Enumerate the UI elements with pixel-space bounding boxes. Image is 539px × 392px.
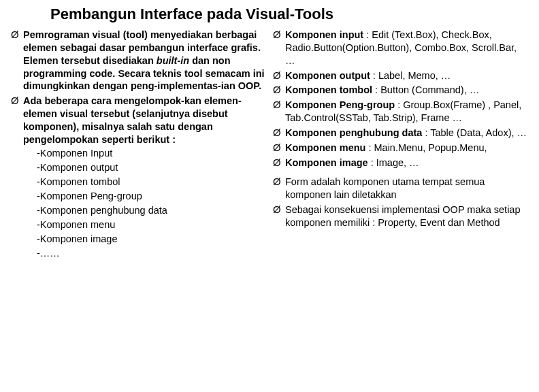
r2-rest: : Label, Memo, … — [373, 70, 451, 81]
left-b2-text: Ada beberapa cara mengelompok-kan elemen… — [23, 95, 266, 146]
two-columns: Ø Pemrograman visual (tool) menyediakan … — [11, 29, 528, 263]
bullet-icon: Ø — [273, 29, 285, 67]
sub-item: -Komponen penghubung data — [37, 203, 266, 218]
r1-bold: Komponen input — [285, 29, 366, 40]
bullet-icon: Ø — [11, 29, 23, 93]
bullet-icon: Ø — [273, 127, 285, 140]
left-b1-builtin: built-in — [157, 55, 189, 66]
right-bullet-8: Ø Form adalah komponen utama tempat semu… — [273, 176, 528, 201]
r7-bold: Komponen image — [285, 157, 371, 168]
r7-rest: : Image, … — [371, 157, 419, 168]
r5-bold: Komponen penghubung data — [285, 127, 425, 138]
right-bullet-3: Ø Komponen tombol : Button (Command), … — [273, 84, 528, 97]
r5-rest: : Table (Data, Adox), … — [425, 127, 527, 138]
bullet-icon: Ø — [273, 99, 285, 125]
left-sub-list: -Komponen Input -Komponen output -Kompon… — [37, 146, 266, 261]
sub-item: -Komponen tombol — [37, 175, 266, 189]
r9-text: Sebagai konsekuensi implementasi OOP mak… — [285, 203, 528, 229]
right-column: Ø Komponen input : Edit (Text.Box), Chec… — [273, 29, 528, 263]
sub-item: -Komponen menu — [37, 218, 266, 232]
bullet-icon: Ø — [273, 69, 285, 82]
right-bullet-5: Ø Komponen penghubung data : Table (Data… — [273, 127, 528, 140]
sub-item: -…… — [37, 246, 266, 261]
right-bullet-9: Ø Sebagai konsekuensi implementasi OOP m… — [273, 203, 528, 229]
sub-item: -Komponen Peng-group — [37, 189, 266, 203]
right-bullet-4: Ø Komponen Peng-group : Group.Box(Frame)… — [273, 99, 528, 125]
right-bullet-2: Ø Komponen output : Label, Memo, … — [273, 69, 528, 82]
r6-rest: : Main.Menu, Popup.Menu, — [368, 142, 487, 153]
sub-item: -Komponen output — [37, 161, 266, 175]
right-bullet-7: Ø Komponen image : Image, … — [273, 157, 528, 169]
page-title: Pembangun Interface pada Visual-Tools — [50, 5, 528, 23]
right-bullet-1: Ø Komponen input : Edit (Text.Box), Chec… — [273, 29, 528, 67]
left-bullet-2: Ø Ada beberapa cara mengelompok-kan elem… — [11, 95, 266, 261]
bullet-icon: Ø — [273, 176, 285, 201]
right-bullet-6: Ø Komponen menu : Main.Menu, Popup.Menu, — [273, 142, 528, 154]
left-column: Ø Pemrograman visual (tool) menyediakan … — [11, 29, 266, 263]
sub-item: -Komponen image — [37, 232, 266, 246]
bullet-icon: Ø — [273, 142, 285, 154]
r4-bold: Komponen Peng-group — [285, 99, 397, 110]
r8-text: Form adalah komponen utama tempat semua … — [285, 176, 528, 201]
bullet-icon: Ø — [273, 203, 285, 229]
bullet-icon: Ø — [273, 84, 285, 97]
r2-bold: Komponen output — [285, 70, 373, 81]
sub-item: -Komponen Input — [37, 146, 266, 161]
r6-bold: Komponen menu — [285, 142, 368, 153]
bullet-icon: Ø — [11, 95, 23, 261]
bullet-icon: Ø — [273, 157, 285, 169]
r3-rest: : Button (Command), … — [375, 84, 479, 95]
r3-bold: Komponen tombol — [285, 84, 375, 95]
left-bullet-1: Ø Pemrograman visual (tool) menyediakan … — [11, 29, 266, 93]
